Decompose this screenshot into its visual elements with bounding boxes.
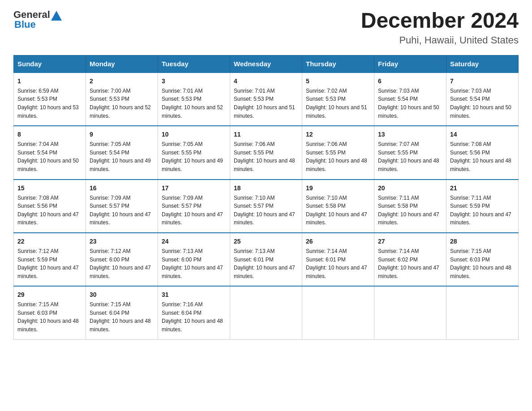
day-number: 6 (378, 77, 442, 86)
day-number: 3 (162, 77, 226, 86)
day-info: Sunrise: 7:11 AM Sunset: 5:59 PM Dayligh… (450, 194, 515, 227)
day-info: Sunrise: 7:03 AM Sunset: 5:54 PM Dayligh… (378, 87, 442, 120)
calendar-cell (374, 286, 446, 339)
day-number: 1 (17, 77, 82, 86)
day-number: 8 (17, 130, 82, 139)
day-number: 14 (450, 130, 515, 139)
day-number: 23 (90, 237, 154, 246)
day-number: 24 (162, 237, 226, 246)
calendar-cell: 26Sunrise: 7:14 AM Sunset: 6:01 PM Dayli… (302, 233, 374, 286)
header-monday: Monday (86, 55, 158, 73)
page-header: General Blue December 2024 Puhi, Hawaii,… (13, 9, 519, 46)
day-info: Sunrise: 7:09 AM Sunset: 5:57 PM Dayligh… (90, 194, 154, 227)
day-number: 17 (162, 184, 226, 193)
logo-blue-text: Blue (14, 19, 36, 30)
day-info: Sunrise: 7:04 AM Sunset: 5:54 PM Dayligh… (17, 140, 82, 173)
day-number: 10 (162, 130, 226, 139)
calendar-cell: 22Sunrise: 7:12 AM Sunset: 5:59 PM Dayli… (14, 233, 86, 286)
day-number: 30 (90, 290, 154, 300)
day-info: Sunrise: 7:15 AM Sunset: 6:03 PM Dayligh… (17, 300, 82, 334)
header-saturday: Saturday (446, 55, 519, 73)
day-number: 13 (378, 130, 442, 139)
calendar-cell: 11Sunrise: 7:06 AM Sunset: 5:55 PM Dayli… (230, 126, 302, 179)
calendar-cell: 18Sunrise: 7:10 AM Sunset: 5:57 PM Dayli… (230, 180, 302, 233)
day-number: 2 (90, 77, 154, 86)
calendar-week-row: 15Sunrise: 7:08 AM Sunset: 5:56 PM Dayli… (14, 180, 519, 233)
calendar-subtitle: Puhi, Hawaii, United States (361, 34, 519, 46)
header-wednesday: Wednesday (230, 55, 302, 73)
day-number: 27 (378, 237, 442, 246)
day-info: Sunrise: 7:13 AM Sunset: 6:00 PM Dayligh… (162, 247, 226, 280)
day-info: Sunrise: 7:15 AM Sunset: 6:04 PM Dayligh… (90, 300, 154, 334)
calendar-cell: 2Sunrise: 7:00 AM Sunset: 5:53 PM Daylig… (86, 73, 158, 126)
calendar-table: SundayMondayTuesdayWednesdayThursdayFrid… (13, 55, 519, 340)
day-info: Sunrise: 7:01 AM Sunset: 5:53 PM Dayligh… (234, 87, 298, 120)
day-number: 9 (90, 130, 154, 139)
day-number: 26 (306, 237, 370, 246)
title-block: December 2024 Puhi, Hawaii, United State… (361, 9, 519, 46)
day-number: 7 (450, 77, 515, 86)
calendar-cell: 14Sunrise: 7:08 AM Sunset: 5:56 PM Dayli… (446, 126, 519, 179)
header-sunday: Sunday (14, 55, 86, 73)
day-info: Sunrise: 7:08 AM Sunset: 5:56 PM Dayligh… (450, 140, 515, 173)
day-info: Sunrise: 7:13 AM Sunset: 6:01 PM Dayligh… (234, 247, 298, 280)
header-friday: Friday (374, 55, 446, 73)
day-info: Sunrise: 7:14 AM Sunset: 6:01 PM Dayligh… (306, 247, 370, 280)
calendar-header-row: SundayMondayTuesdayWednesdayThursdayFrid… (14, 55, 519, 73)
day-number: 5 (306, 77, 370, 86)
day-info: Sunrise: 7:06 AM Sunset: 5:55 PM Dayligh… (306, 140, 370, 173)
day-number: 20 (378, 184, 442, 193)
calendar-cell: 6Sunrise: 7:03 AM Sunset: 5:54 PM Daylig… (374, 73, 446, 126)
day-info: Sunrise: 7:03 AM Sunset: 5:54 PM Dayligh… (450, 87, 515, 120)
calendar-cell: 20Sunrise: 7:11 AM Sunset: 5:58 PM Dayli… (374, 180, 446, 233)
day-info: Sunrise: 7:09 AM Sunset: 5:57 PM Dayligh… (162, 194, 226, 227)
calendar-cell: 9Sunrise: 7:05 AM Sunset: 5:54 PM Daylig… (86, 126, 158, 179)
calendar-week-row: 22Sunrise: 7:12 AM Sunset: 5:59 PM Dayli… (14, 233, 519, 286)
calendar-cell: 7Sunrise: 7:03 AM Sunset: 5:54 PM Daylig… (446, 73, 519, 126)
day-number: 11 (234, 130, 298, 139)
day-number: 28 (450, 237, 515, 246)
calendar-cell: 30Sunrise: 7:15 AM Sunset: 6:04 PM Dayli… (86, 286, 158, 339)
day-info: Sunrise: 7:10 AM Sunset: 5:57 PM Dayligh… (234, 194, 298, 227)
calendar-title: December 2024 (361, 9, 519, 33)
calendar-cell: 27Sunrise: 7:14 AM Sunset: 6:02 PM Dayli… (374, 233, 446, 286)
calendar-cell (446, 286, 519, 339)
calendar-cell: 23Sunrise: 7:12 AM Sunset: 6:00 PM Dayli… (86, 233, 158, 286)
day-number: 31 (162, 290, 226, 300)
day-info: Sunrise: 7:12 AM Sunset: 5:59 PM Dayligh… (17, 247, 82, 280)
day-info: Sunrise: 7:11 AM Sunset: 5:58 PM Dayligh… (378, 194, 442, 227)
calendar-cell: 28Sunrise: 7:15 AM Sunset: 6:03 PM Dayli… (446, 233, 519, 286)
calendar-cell: 21Sunrise: 7:11 AM Sunset: 5:59 PM Dayli… (446, 180, 519, 233)
day-info: Sunrise: 7:08 AM Sunset: 5:56 PM Dayligh… (17, 194, 82, 227)
calendar-cell: 29Sunrise: 7:15 AM Sunset: 6:03 PM Dayli… (14, 286, 86, 339)
day-info: Sunrise: 7:14 AM Sunset: 6:02 PM Dayligh… (378, 247, 442, 280)
day-info: Sunrise: 6:59 AM Sunset: 5:53 PM Dayligh… (17, 87, 82, 120)
calendar-cell: 15Sunrise: 7:08 AM Sunset: 5:56 PM Dayli… (14, 180, 86, 233)
day-number: 25 (234, 237, 298, 246)
logo: General Blue (13, 9, 63, 30)
calendar-cell: 16Sunrise: 7:09 AM Sunset: 5:57 PM Dayli… (86, 180, 158, 233)
day-info: Sunrise: 7:06 AM Sunset: 5:55 PM Dayligh… (234, 140, 298, 173)
calendar-cell: 13Sunrise: 7:07 AM Sunset: 5:55 PM Dayli… (374, 126, 446, 179)
calendar-cell: 25Sunrise: 7:13 AM Sunset: 6:01 PM Dayli… (230, 233, 302, 286)
day-number: 19 (306, 184, 370, 193)
calendar-week-row: 1Sunrise: 6:59 AM Sunset: 5:53 PM Daylig… (14, 73, 519, 126)
day-info: Sunrise: 7:00 AM Sunset: 5:53 PM Dayligh… (90, 87, 154, 120)
calendar-cell: 4Sunrise: 7:01 AM Sunset: 5:53 PM Daylig… (230, 73, 302, 126)
day-info: Sunrise: 7:07 AM Sunset: 5:55 PM Dayligh… (378, 140, 442, 173)
day-number: 21 (450, 184, 515, 193)
calendar-cell: 1Sunrise: 6:59 AM Sunset: 5:53 PM Daylig… (14, 73, 86, 126)
day-info: Sunrise: 7:12 AM Sunset: 6:00 PM Dayligh… (90, 247, 154, 280)
calendar-cell: 5Sunrise: 7:02 AM Sunset: 5:53 PM Daylig… (302, 73, 374, 126)
day-number: 18 (234, 184, 298, 193)
day-info: Sunrise: 7:05 AM Sunset: 5:54 PM Dayligh… (90, 140, 154, 173)
calendar-cell: 24Sunrise: 7:13 AM Sunset: 6:00 PM Dayli… (158, 233, 230, 286)
day-info: Sunrise: 7:05 AM Sunset: 5:55 PM Dayligh… (162, 140, 226, 173)
day-number: 4 (234, 77, 298, 86)
day-number: 12 (306, 130, 370, 139)
day-info: Sunrise: 7:01 AM Sunset: 5:53 PM Dayligh… (162, 87, 226, 120)
logo-triangle-icon (51, 11, 62, 21)
day-number: 22 (17, 237, 82, 246)
day-info: Sunrise: 7:02 AM Sunset: 5:53 PM Dayligh… (306, 87, 370, 120)
calendar-cell: 12Sunrise: 7:06 AM Sunset: 5:55 PM Dayli… (302, 126, 374, 179)
